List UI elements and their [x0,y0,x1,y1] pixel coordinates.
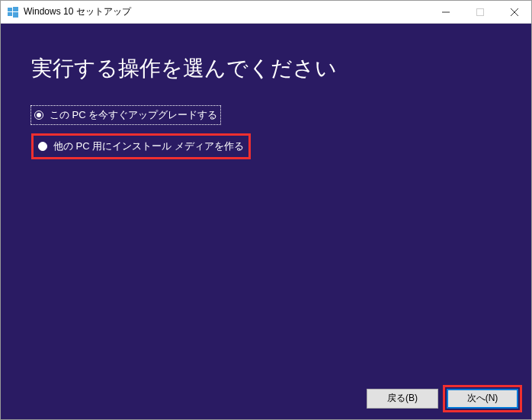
next-button-label: 次へ(N) [467,392,498,405]
radio-option-upgrade[interactable]: この PC を今すぐアップグレードする [31,106,220,124]
radio-icon [38,142,47,151]
radio-label: この PC を今すぐアップグレードする [50,108,217,122]
window-title: Windows 10 セットアップ [24,5,428,18]
page-heading: 実行する操作を選んでください [1,24,531,98]
svg-rect-2 [8,12,12,16]
back-button-label: 戻る(B) [387,392,418,405]
highlight-box: 他の PC 用にインストール メディアを作る [31,133,251,159]
radio-option-media[interactable]: 他の PC 用にインストール メディアを作る [35,137,247,155]
svg-rect-5 [476,8,483,15]
footer: 戻る(B) 次へ(N) [1,377,531,419]
maximize-button [463,1,497,23]
svg-rect-0 [8,8,12,11]
svg-rect-1 [13,7,18,11]
app-icon [7,6,19,18]
highlight-box: 次へ(N) [443,385,522,412]
radio-label: 他の PC 用にインストール メディアを作る [53,139,244,153]
next-button[interactable]: 次へ(N) [447,389,518,409]
svg-rect-3 [13,12,18,18]
options-group: この PC を今すぐアップグレードする 他の PC 用にインストール メディアを… [1,98,531,167]
window-controls [428,1,531,23]
setup-body: 実行する操作を選んでください この PC を今すぐアップグレードする 他の PC… [1,24,531,419]
close-button[interactable] [497,1,531,23]
back-button[interactable]: 戻る(B) [367,389,438,409]
titlebar: Windows 10 セットアップ [1,1,531,24]
minimize-button[interactable] [428,1,463,23]
radio-icon [34,111,43,120]
